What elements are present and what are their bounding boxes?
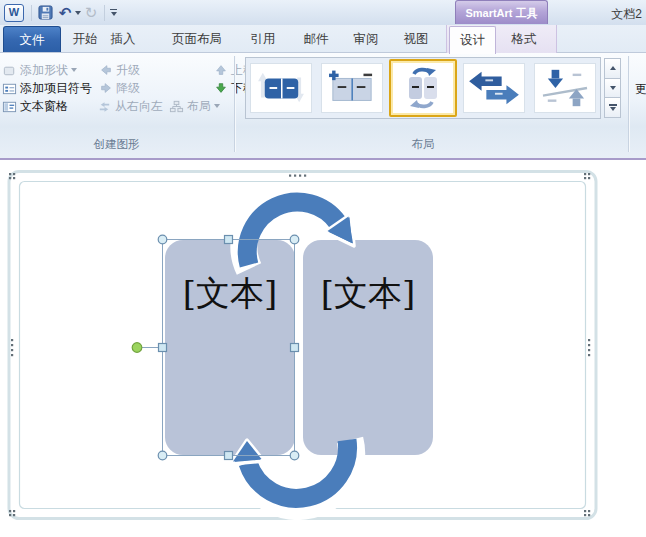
resize-handle-left[interactable] (159, 344, 167, 352)
gallery-more-button[interactable] (604, 97, 621, 118)
group-separator (628, 56, 629, 152)
ribbon-design: 添加形状 升级 上移 添加项目符号 (0, 53, 646, 160)
layout-thumb-plus-minus[interactable] (321, 63, 383, 113)
smartart-canvas: [文本] [文本] (0, 160, 646, 537)
swap-arrows-icon (97, 99, 112, 114)
tab-view[interactable]: 视图 (398, 26, 435, 52)
arrow-down-green-icon (214, 81, 228, 95)
separator (104, 5, 105, 21)
arrow-right-icon (99, 81, 113, 95)
demote-label: 降级 (116, 80, 140, 97)
chevron-down-icon (111, 12, 117, 16)
resize-handle-top[interactable] (225, 236, 233, 244)
save-icon (38, 5, 53, 20)
resize-handle-top-right[interactable] (290, 235, 299, 244)
gallery-scrollbar (604, 58, 621, 118)
group-separator (234, 56, 235, 152)
resize-handle-bottom-left[interactable] (158, 451, 167, 460)
word-window: W ↶ ↻ (0, 0, 646, 537)
layout-thumb-opposing-arrows[interactable] (463, 63, 525, 113)
text-pane-icon (2, 99, 17, 114)
tab-file[interactable]: 文件 (3, 26, 61, 52)
resize-handle-bottom[interactable] (225, 452, 233, 460)
undo-icon: ↶ (59, 4, 72, 22)
chevron-down-icon (71, 68, 77, 72)
separator (31, 5, 32, 21)
more-bar-icon (609, 104, 617, 106)
redo-icon: ↻ (85, 4, 98, 22)
smartart-tools-badge: SmartArt 工具 (455, 0, 548, 24)
rotation-handle[interactable] (132, 343, 142, 353)
tab-home[interactable]: 开始 (67, 26, 104, 52)
plus-minus-list-layout-icon (324, 66, 380, 110)
layout-label: 布局 (187, 98, 211, 115)
org-chart-icon (169, 99, 184, 114)
smartart-frame-inner (20, 182, 586, 509)
save-button[interactable] (35, 3, 55, 23)
triangle-up-icon (610, 66, 616, 70)
block-list-arrows-layout-icon (253, 66, 309, 110)
title-bar: W ↶ ↻ (0, 0, 646, 26)
opposing-arrows-layout-icon (466, 66, 522, 110)
overline (110, 9, 117, 11)
tab-references[interactable]: 引用 (245, 26, 282, 52)
layout-thumb-reverse-cycle-selected[interactable] (389, 59, 457, 117)
change-colors-button-clipped[interactable]: 更 (635, 81, 646, 98)
undo-button[interactable]: ↶ (55, 3, 75, 23)
document-title: 文档2 (611, 6, 642, 23)
tab-insert[interactable]: 插入 (105, 26, 142, 52)
add-shape-icon (2, 63, 17, 78)
group-label-layout: 布局 (245, 137, 601, 151)
text-pane-button[interactable]: 文本窗格 (2, 97, 68, 115)
resize-handle-right[interactable] (291, 344, 299, 352)
word-logo-icon[interactable]: W (4, 4, 24, 22)
add-shape-button[interactable]: 添加形状 (2, 61, 77, 79)
tab-page-layout[interactable]: 页面布局 (166, 26, 228, 52)
add-bullet-button[interactable]: 添加项目符号 (2, 79, 92, 97)
redo-button[interactable]: ↻ (81, 3, 101, 23)
bullet-list-icon (2, 81, 17, 96)
reverse-cycle-layout-icon (395, 64, 451, 112)
layout-thumb-block-list[interactable] (250, 63, 312, 113)
triangle-down-icon (610, 86, 616, 90)
tab-format[interactable]: 格式 (506, 26, 543, 52)
shape-left-placeholder-text[interactable]: [文本] (183, 273, 278, 313)
resize-handle-bottom-right[interactable] (290, 451, 299, 460)
promote-button[interactable]: 升级 (99, 61, 140, 79)
tab-design-active[interactable]: 设计 (449, 26, 496, 54)
demote-button[interactable]: 降级 (99, 79, 140, 97)
layout-thumb-counterbalance[interactable] (534, 63, 596, 113)
tab-review[interactable]: 审阅 (348, 26, 385, 52)
group-label-create-graphic: 创建图形 (0, 137, 233, 151)
promote-label: 升级 (116, 62, 140, 79)
arrow-up-icon (214, 63, 228, 77)
ribbon-tab-row: 文件 开始 插入 页面布局 引用 邮件 审阅 视图 设计 格式 (0, 25, 646, 53)
right-to-left-label: 从右向左 (115, 98, 163, 115)
arrow-left-icon (99, 63, 113, 77)
gallery-scroll-up-button[interactable] (604, 58, 621, 79)
tab-mailings[interactable]: 邮件 (298, 26, 335, 52)
customize-quick-access-button[interactable] (110, 9, 117, 17)
counterbalance-arrows-layout-icon (537, 66, 593, 110)
gallery-scroll-down-button[interactable] (604, 78, 621, 99)
right-to-left-button[interactable]: 从右向左 (97, 97, 163, 115)
layout-gallery (245, 57, 601, 119)
add-shape-label: 添加形状 (20, 62, 68, 79)
document-area: [文本] [文本] (0, 160, 646, 537)
text-pane-label: 文本窗格 (20, 98, 68, 115)
shape-right-placeholder-text[interactable]: [文本] (321, 273, 416, 313)
resize-handle-top-left[interactable] (158, 235, 167, 244)
layout-button[interactable]: 布局 (169, 97, 220, 115)
chevron-down-icon (214, 104, 220, 108)
add-bullet-label: 添加项目符号 (20, 80, 92, 97)
triangle-down-icon (610, 107, 616, 111)
quick-access-toolbar: W ↶ ↻ (0, 0, 117, 25)
